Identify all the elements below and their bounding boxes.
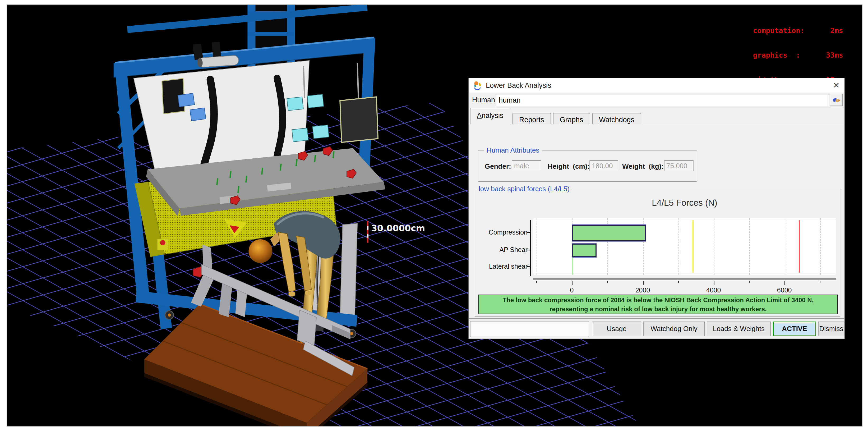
height-label: Height (cm): xyxy=(548,162,590,171)
y-axis xyxy=(530,220,531,276)
analysis-tab-panel: Human Attributes Gender: male Height (cm… xyxy=(469,124,844,319)
x-axis: 0200040006000 xyxy=(533,278,836,281)
watchdog-only-button[interactable]: Watchdog Only xyxy=(643,321,705,336)
reference-line-3400 xyxy=(692,220,693,273)
x-tick-label: 4000 xyxy=(706,286,721,294)
x-tick-label: 0 xyxy=(570,286,574,294)
height-field[interactable]: 180.00 xyxy=(589,160,618,171)
lower-back-analysis-dialog: Lower Back Analysis ✕ Human Analysis Rep… xyxy=(468,78,845,339)
x-axis-tick xyxy=(572,281,572,285)
bar-compression xyxy=(572,225,646,241)
chart-title: L4/L5 Forces (N) xyxy=(533,198,836,208)
usage-button[interactable]: Usage xyxy=(592,321,641,336)
human-field-label: Human xyxy=(472,96,495,104)
x-axis-tick xyxy=(714,281,714,285)
dialog-titlebar[interactable]: Lower Back Analysis ✕ xyxy=(469,78,844,93)
plot-area xyxy=(533,218,836,275)
status-panel xyxy=(470,321,589,337)
human-attributes-group-label: Human Attributes xyxy=(484,146,541,154)
dismiss-button[interactable]: Dismiss xyxy=(818,321,844,336)
cursor-pick-icon xyxy=(833,97,840,104)
bar-lateral-shear xyxy=(572,258,573,275)
dialog-button-strip: Usage Watchdog Only Loads & Weights ACTI… xyxy=(469,318,844,338)
x-axis-tick xyxy=(643,281,644,285)
x-axis-tick xyxy=(820,281,820,283)
gridline xyxy=(679,218,679,275)
reference-line-6400 xyxy=(799,220,800,273)
x-axis-tick xyxy=(678,281,679,283)
gender-field[interactable]: male xyxy=(512,160,541,171)
gridline xyxy=(785,218,785,275)
x-axis-tick xyxy=(749,281,750,283)
pick-human-button[interactable] xyxy=(830,94,843,106)
tab-analysis[interactable]: Analysis xyxy=(470,108,510,124)
gridline xyxy=(820,218,821,275)
distance-marker xyxy=(367,221,368,243)
x-axis-tick xyxy=(607,281,608,283)
spinal-forces-group: low back spinal forces (L4/L5) L4/L5 For… xyxy=(475,189,840,317)
hud-graphics: graphics : 33ms xyxy=(753,51,843,59)
y-label-compression: Compression xyxy=(475,228,528,236)
y-label-lateral-shear: Lateral shear xyxy=(475,263,528,270)
human-row: Human xyxy=(469,93,844,108)
niosh-message-line1: The low back compression force of 2084 i… xyxy=(479,296,837,305)
gridline xyxy=(714,218,714,275)
hud-computation: computation: 2ms xyxy=(753,26,843,35)
app-logo-icon xyxy=(473,81,482,90)
gridline xyxy=(536,218,537,275)
spinal-forces-group-label: low back spinal forces (L4/L5) xyxy=(476,185,572,193)
weight-field[interactable]: 75.000 xyxy=(664,160,693,171)
dialog-title: Lower Back Analysis xyxy=(486,82,551,90)
x-axis-tick xyxy=(536,281,537,283)
y-label-ap-shear: AP Shear xyxy=(475,246,528,253)
human-input[interactable] xyxy=(496,94,829,106)
close-icon[interactable]: ✕ xyxy=(828,78,844,93)
gender-label: Gender: xyxy=(485,162,511,171)
measurement-label: 30.0000cm xyxy=(371,223,425,234)
x-tick-label: 2000 xyxy=(636,286,650,294)
loads-weights-button[interactable]: Loads & Weights xyxy=(707,321,771,336)
x-tick-label: 6000 xyxy=(777,286,792,294)
active-button[interactable]: ACTIVE xyxy=(773,321,816,336)
bar-ap-shear xyxy=(572,244,596,257)
gridline xyxy=(749,218,750,275)
niosh-message-line2: representing a nominal risk of low back … xyxy=(479,305,837,314)
tab-bar: Analysis Reports Graphs Watchdogs xyxy=(470,108,844,124)
weight-label: Weight (kg): xyxy=(622,162,664,171)
niosh-message-box: The low back compression force of 2084 i… xyxy=(478,295,838,314)
x-axis-tick xyxy=(784,281,785,285)
human-attributes-group: Human Attributes Gender: male Height (cm… xyxy=(478,150,697,182)
